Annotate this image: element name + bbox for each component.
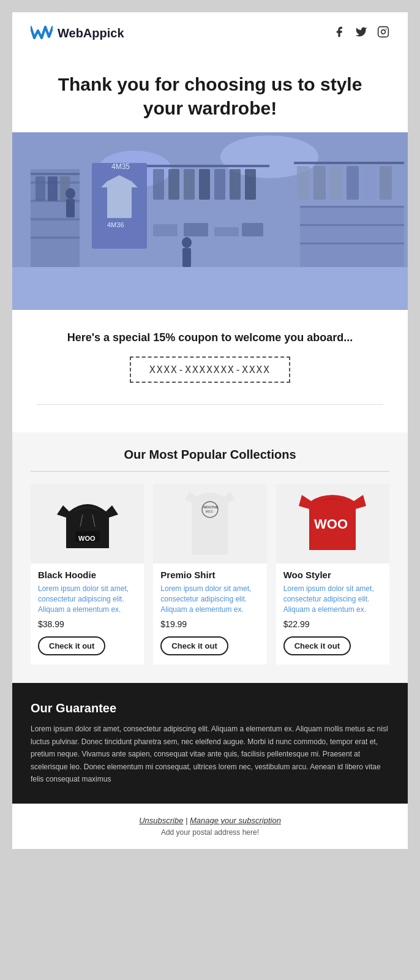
store-illustration: 4M35 4M36 [12,132,408,310]
svg-rect-22 [184,223,208,236]
hero-image: 4M35 4M36 [12,132,408,310]
product-card-hoodie: WOO Black Hoodie Lorem ipsum dolor sit a… [31,484,144,665]
collections-divider [31,471,389,472]
email-container: WebAppick Thank you for choosing us to s… [12,12,408,849]
svg-text:MES: MES [206,510,213,513]
svg-rect-19 [152,244,157,267]
svg-rect-26 [153,169,164,200]
footer-separator: | [186,816,190,825]
product-desc-shirt: Lorem ipsum dolor sit amet, consectetur … [153,584,266,614]
svg-rect-20 [247,244,252,267]
logo-text: WebAppick [58,26,124,40]
svg-rect-3 [12,267,408,310]
product-name-hoodie: Black Hoodie [31,570,144,580]
footer: Unsubscribe | Manage your subscription A… [12,804,408,849]
svg-rect-12 [36,176,45,201]
svg-rect-31 [230,169,241,200]
svg-rect-30 [214,169,225,200]
social-icons [333,26,389,41]
svg-rect-42 [300,224,404,226]
svg-rect-35 [313,166,326,200]
logo-area: WebAppick [31,24,124,42]
guarantee-text: Lorem ipsum dolor sit amet, consectetur … [31,723,389,785]
product-card-shirt: WOOTHE MES Premio Shirt Lorem ipsum dolo… [153,484,266,665]
svg-point-46 [182,237,192,248]
svg-rect-38 [363,166,375,200]
product-price-shirt: $19.99 [153,619,266,629]
svg-rect-39 [380,166,392,200]
svg-rect-47 [182,248,191,267]
footer-address: Add your postal address here! [24,828,396,837]
svg-rect-43 [300,243,404,244]
svg-rect-45 [66,199,75,217]
svg-rect-21 [153,224,178,236]
coupon-text: Here's a special 15% coupon to welcome y… [37,331,383,344]
product-btn-styler[interactable]: Check it out [283,636,351,655]
svg-rect-24 [242,223,263,236]
svg-rect-29 [199,169,210,200]
svg-rect-9 [31,218,80,221]
svg-rect-41 [300,206,404,208]
svg-rect-23 [214,227,239,236]
product-image-hoodie: WOO [31,484,144,564]
svg-text:4M35: 4M35 [111,162,130,171]
svg-rect-37 [347,166,359,200]
collections-title: Our Most Popular Collections [31,448,389,462]
products-grid: WOO Black Hoodie Lorem ipsum dolor sit a… [31,484,389,665]
header: WebAppick [12,12,408,54]
svg-text:WOOTHE: WOOTHE [203,505,219,509]
product-image-styler: WOO [276,484,389,564]
unsubscribe-link[interactable]: Unsubscribe [139,816,183,825]
svg-rect-36 [330,166,342,200]
svg-rect-10 [31,236,80,239]
manage-subscription-link[interactable]: Manage your subscription [190,816,281,825]
svg-text:WOO: WOO [78,535,96,542]
twitter-icon[interactable] [355,26,367,41]
product-name-shirt: Premio Shirt [153,570,266,580]
product-btn-shirt[interactable]: Check it out [160,636,228,655]
product-desc-hoodie: Lorem ipsum dolor sit amet, consectetur … [31,584,144,614]
logo-icon [31,24,53,42]
svg-text:WOO: WOO [314,516,348,532]
hero-text-section: Thank you for choosing us to style your … [12,54,408,132]
product-image-shirt: WOOTHE MES [153,484,266,564]
coupon-code: XXXX-XXXXXXX-XXXX [130,356,290,383]
product-desc-styler: Lorem ipsum dolor sit amet, consectetur … [276,584,389,614]
svg-rect-27 [168,169,179,200]
collections-section: Our Most Popular Collections WOO [12,432,408,683]
section-divider [37,404,383,405]
svg-rect-0 [378,26,389,37]
product-btn-hoodie[interactable]: Check it out [38,636,105,655]
product-name-styler: Woo Styler [276,570,389,580]
guarantee-section: Our Guarantee Lorem ipsum dolor sit amet… [12,683,408,804]
guarantee-title: Our Guarantee [31,701,389,715]
product-price-hoodie: $38.99 [31,619,144,629]
svg-rect-28 [184,169,195,200]
svg-rect-34 [297,166,309,200]
svg-rect-32 [245,169,256,200]
hero-title: Thank you for choosing us to style your … [37,72,383,120]
svg-text:4M36: 4M36 [107,221,124,228]
product-price-styler: $22.99 [276,619,389,629]
instagram-icon[interactable] [377,26,389,41]
facebook-icon[interactable] [333,26,345,41]
svg-rect-40 [300,206,404,267]
svg-point-44 [66,188,75,199]
svg-rect-18 [147,236,269,244]
footer-links: Unsubscribe | Manage your subscription [24,816,396,825]
coupon-section: Here's a special 15% coupon to welcome y… [12,310,408,432]
svg-rect-13 [48,176,58,201]
product-card-styler: WOO Woo Styler Lorem ipsum dolor sit ame… [276,484,389,665]
